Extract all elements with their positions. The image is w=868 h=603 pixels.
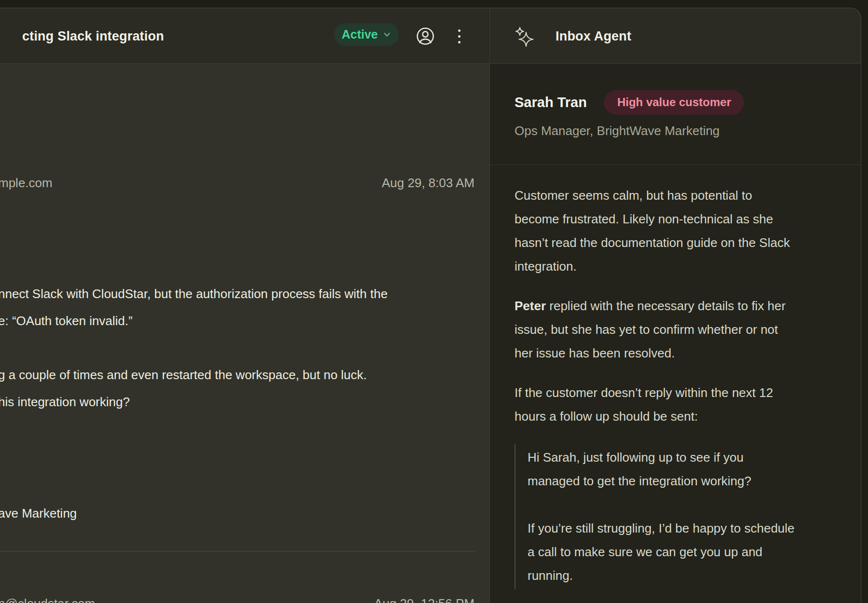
panel-divider <box>489 8 490 603</box>
more-options-button[interactable] <box>450 26 468 47</box>
email-header-row[interactable]: n@cloudstar.com Aug 29, 12:56 PM <box>0 596 489 603</box>
followup-draft-quote: Hi Sarah, just following up to see if yo… <box>515 444 852 589</box>
header-divider <box>0 63 861 64</box>
agent-analysis: Customer seems calm, but has potential t… <box>515 184 852 589</box>
conversation-subject-title: cting Slack integration <box>22 29 164 44</box>
customer-role: Ops Manager, BrightWave Marketing <box>515 123 719 138</box>
user-avatar-icon <box>416 27 435 46</box>
email-signature: ave Marketing <box>0 500 77 527</box>
followup-draft-text: Hi Sarah, just following up to see if yo… <box>528 446 852 588</box>
status-dropdown-button[interactable]: Active <box>334 23 399 46</box>
high-value-customer-badge: High value customer <box>604 90 744 115</box>
analysis-paragraph: Peter replied with the necessary details… <box>515 294 852 365</box>
app-window: mple.com Aug 29, 8:03 AM nnect Slack wit… <box>0 0 868 603</box>
inbox-agent-panel: Sarah Tran High value customer Ops Manag… <box>490 64 861 603</box>
email-body: nnect Slack with CloudStar, but the auth… <box>0 280 388 415</box>
chevron-down-icon <box>382 30 392 39</box>
agent-panel-title: Inbox Agent <box>556 29 631 44</box>
analysis-paragraph: If the customer doesn’t reply within the… <box>515 381 852 428</box>
profile-divider <box>490 164 861 165</box>
kebab-menu-icon <box>458 29 461 43</box>
analysis-paragraph: Customer seems calm, but has potential t… <box>515 184 852 278</box>
email-header-row[interactable]: mple.com Aug 29, 8:03 AM <box>0 176 489 192</box>
status-label: Active <box>341 27 378 41</box>
sender-email: n@cloudstar.com <box>0 596 95 603</box>
sender-email: mple.com <box>0 176 53 191</box>
mention-agent-name: Peter <box>515 299 546 313</box>
email-thread-panel: mple.com Aug 29, 8:03 AM nnect Slack wit… <box>0 64 489 603</box>
agent-panel-header: Inbox Agent <box>504 8 861 63</box>
email-timestamp: Aug 29, 12:56 PM <box>374 596 475 603</box>
sparkles-icon <box>513 25 537 49</box>
email-timestamp: Aug 29, 8:03 AM <box>382 176 475 191</box>
window-right-edge <box>861 64 861 603</box>
customer-name: Sarah Tran <box>515 95 587 110</box>
thread-divider <box>0 551 475 551</box>
assignee-avatar-button[interactable] <box>415 26 436 47</box>
